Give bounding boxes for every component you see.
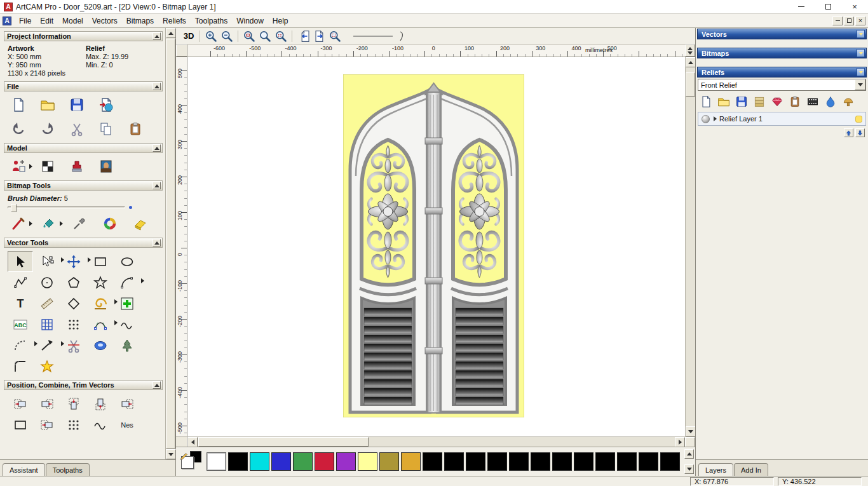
palette-swatch[interactable] [660, 452, 680, 471]
tool-align-bottom[interactable] [88, 393, 113, 414]
animation-button[interactable] [806, 95, 819, 108]
tool-create-ellipse[interactable] [114, 251, 140, 272]
menu-file[interactable]: File [15, 15, 36, 27]
open-relief-layer-button[interactable] [717, 95, 730, 108]
set-model-size-button[interactable] [9, 158, 28, 175]
palette-swatch[interactable] [639, 452, 658, 471]
tool-combine-weld[interactable] [8, 414, 33, 435]
copy-button[interactable] [97, 120, 116, 138]
palette-swatch[interactable] [207, 452, 226, 471]
tool-text-on-curve[interactable] [8, 314, 33, 335]
greyscale-image-button[interactable] [97, 158, 116, 175]
tab-toolpaths[interactable]: Toolpaths [46, 463, 90, 476]
bitmaps-header[interactable]: Bitmaps [697, 48, 867, 58]
menu-reliefs[interactable]: Reliefs [158, 15, 191, 27]
minimize-button[interactable] [788, 0, 815, 13]
reliefs-header[interactable]: Reliefs [697, 67, 867, 78]
palette-swatch[interactable] [509, 452, 529, 471]
redo-button[interactable] [38, 120, 57, 138]
tool-fillet-corner[interactable] [8, 356, 33, 377]
reliefs-expand-button[interactable] [857, 68, 865, 76]
scroll-thumb[interactable] [198, 437, 369, 447]
undo-button[interactable] [9, 120, 28, 138]
palette-swatch[interactable] [617, 452, 637, 471]
palette-swatch[interactable] [487, 452, 507, 471]
palette-swatch[interactable] [293, 452, 313, 471]
maximize-button[interactable] [815, 0, 841, 13]
flood-fill-button[interactable] [39, 215, 58, 233]
palette-swatch[interactable] [358, 452, 377, 471]
save-model-button[interactable] [67, 96, 86, 114]
zoom-page-button[interactable] [257, 29, 273, 43]
tool-align-top[interactable] [61, 393, 86, 414]
palette-swatch[interactable] [531, 452, 550, 471]
new-relief-layer-button[interactable] [700, 95, 712, 108]
tool-trim-vectors[interactable] [61, 335, 86, 356]
move-layer-down-button[interactable] [855, 128, 865, 137]
pick-colour-button[interactable] [70, 215, 89, 233]
tool-align-centre[interactable] [114, 393, 140, 414]
palette-scroll-up-button[interactable] [684, 449, 694, 459]
menu-bitmaps[interactable]: Bitmaps [122, 15, 158, 27]
menu-toolpaths[interactable]: Toolpaths [191, 15, 232, 27]
zoom-objects-button[interactable] [273, 29, 288, 43]
collapse-button[interactable] [153, 83, 161, 90]
save-relief-layer-button[interactable] [735, 95, 748, 108]
canvas-horizontal-scrollbar[interactable] [176, 436, 695, 447]
tool-measure[interactable] [34, 293, 60, 314]
scroll-left-button[interactable] [187, 437, 198, 447]
scroll-up-button[interactable] [166, 28, 176, 38]
mdi-minimize-button[interactable] [832, 17, 843, 25]
drawing-canvas[interactable] [187, 57, 685, 436]
tool-paste-vector[interactable] [114, 293, 140, 314]
vectors-expand-button[interactable] [857, 30, 865, 38]
tab-assistant[interactable]: Assistant [3, 463, 45, 476]
mdi-restore-button[interactable] [844, 17, 854, 25]
assistant-scrollbar[interactable] [165, 28, 175, 459]
paste-button[interactable] [126, 120, 145, 138]
scroll-track[interactable] [198, 437, 675, 447]
slider-handle[interactable] [11, 204, 17, 212]
tool-combine-intersect[interactable] [61, 414, 86, 435]
paste-relief-button[interactable] [789, 95, 801, 108]
scroll-track[interactable] [686, 67, 695, 426]
new-model-button[interactable] [9, 96, 28, 114]
layer-expander-icon[interactable] [714, 116, 717, 121]
palette-swatch[interactable] [423, 452, 442, 471]
next-view-button[interactable] [311, 29, 327, 43]
brush-diameter-slider[interactable] [4, 202, 163, 212]
tool-bitmap-to-vector[interactable] [34, 314, 60, 335]
relief-layer-item[interactable]: Relief Layer 1 [698, 112, 866, 126]
tool-node-editing[interactable] [34, 251, 60, 272]
adjust-model-button[interactable] [38, 158, 57, 175]
tool-extrude[interactable] [88, 335, 113, 356]
tool-create-polygon[interactable] [61, 272, 86, 293]
palette-swatch[interactable] [379, 452, 399, 471]
palette-swatch[interactable] [250, 452, 269, 471]
close-button[interactable]: × [841, 0, 868, 13]
canvas-vertical-scrollbar[interactable] [685, 57, 695, 436]
jewel-tool-button[interactable] [771, 95, 783, 108]
tool-offset-vector[interactable] [61, 293, 86, 314]
scroll-track[interactable] [166, 38, 175, 449]
scroll-up-button[interactable] [686, 57, 696, 67]
zoom-box-button[interactable] [241, 29, 257, 43]
mdi-close-button[interactable]: × [855, 17, 865, 25]
tool-smooth-curve[interactable] [114, 314, 140, 335]
zoom-in-button[interactable] [203, 29, 219, 43]
palette-swatch[interactable] [336, 452, 356, 471]
tool-create-rectangle[interactable] [88, 251, 113, 272]
tool-arrow-vector[interactable] [34, 335, 60, 356]
collapse-button[interactable] [153, 32, 161, 40]
zoom-out-button[interactable] [219, 29, 234, 43]
tool-create-freehand[interactable] [8, 335, 33, 356]
menu-window[interactable]: Window [232, 15, 268, 27]
tool-create-star-filled[interactable] [34, 356, 60, 377]
scroll-down-button[interactable] [166, 449, 176, 459]
tool-array-copy[interactable] [88, 414, 113, 435]
palette-scroll-down-button[interactable] [684, 464, 694, 474]
palette-swatch[interactable] [444, 452, 464, 471]
palette-swatch[interactable] [552, 452, 572, 471]
tool-fit-curve[interactable] [88, 314, 113, 335]
collapse-button[interactable] [153, 381, 161, 389]
